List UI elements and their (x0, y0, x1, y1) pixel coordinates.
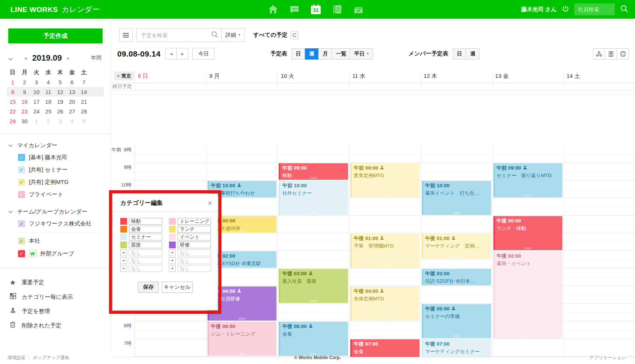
minical-day-cell[interactable]: 28 (78, 106, 90, 116)
minical-day-cell[interactable]: 26 (54, 106, 66, 116)
add-category-plus-icon[interactable]: + (169, 249, 176, 256)
resize-handle[interactable] (310, 212, 317, 214)
minical-day-cell[interactable]: 23 (19, 106, 31, 116)
minical-next-icon[interactable]: ▶ (65, 55, 72, 62)
calendar-checkbox[interactable]: ✓ (18, 191, 25, 198)
calendar-event[interactable]: 午後 02:00幕張・イベント (493, 251, 563, 338)
minical-day-cell[interactable]: 8 (7, 87, 19, 97)
category-name-input[interactable] (178, 234, 211, 240)
allday-cell[interactable] (278, 83, 349, 90)
sidebar-tool-grid[interactable]: カテゴリー毎に表示 (9, 290, 102, 304)
category-color-swatch[interactable] (169, 234, 176, 240)
search-icon[interactable] (620, 4, 628, 14)
day-header[interactable]: 8 日 (135, 69, 206, 83)
category-name-input[interactable] (178, 257, 211, 264)
day-column[interactable]: 午前 09:00セミナー 振り返りMTG午後 00:00ランチ・移動午後 02:… (492, 145, 564, 357)
applications-link[interactable]: アプリケーション (589, 355, 626, 361)
minical-day-cell[interactable]: 7 (78, 77, 90, 87)
minical-day-cell[interactable]: 10 (30, 87, 42, 97)
category-name-input[interactable] (178, 242, 211, 248)
calendar-event[interactable]: 午後 05:00セミナーの準備 (422, 304, 491, 338)
allday-cell[interactable] (563, 83, 635, 90)
resize-handle[interactable] (381, 195, 388, 196)
calendar-list-item[interactable]: ✓W外部グループ (9, 247, 102, 260)
calendar-event[interactable]: 午後 00:00ランチ・移動 (493, 216, 563, 250)
share-icon[interactable] (593, 48, 605, 60)
add-category-plus-icon[interactable]: + (120, 257, 127, 264)
category-name-input[interactable] (129, 265, 162, 272)
minical-day-cell[interactable]: 2 (19, 77, 31, 87)
tasks-icon[interactable] (352, 3, 365, 16)
member-view-tab-日[interactable]: 日 (453, 48, 466, 60)
resize-handle[interactable] (239, 195, 245, 196)
minical-day-cell[interactable]: 6 (66, 77, 78, 87)
category-color-swatch[interactable] (120, 234, 127, 240)
day-column[interactable]: 午前 09:00移動午前 10:00社外セミナー午後 03:00新入社員 面接午… (278, 145, 349, 357)
resize-handle[interactable] (453, 212, 460, 214)
contacts-icon[interactable] (331, 3, 344, 16)
minical-year-link[interactable]: 年間 (91, 55, 102, 61)
view-tab-日[interactable]: 日 (291, 48, 305, 60)
detail-filter-button[interactable]: 詳細▼ (222, 28, 245, 42)
next-week-button[interactable]: ▶ (177, 48, 188, 60)
view-tab-週[interactable]: 週 (305, 48, 318, 60)
device-icon[interactable] (605, 48, 617, 60)
minical-day-cell[interactable]: 24 (30, 106, 42, 116)
minical-day-cell[interactable]: 13 (66, 87, 78, 97)
section-header[interactable]: マイカレンダー (9, 142, 102, 149)
resize-handle[interactable] (524, 195, 531, 196)
minical-day-cell[interactable]: 2 (42, 116, 54, 126)
logout-power-icon[interactable] (562, 5, 569, 14)
minical-day-cell[interactable]: 30 (19, 116, 31, 126)
sidebar-tool-star[interactable]: ★重要予定 (9, 275, 102, 290)
day-header[interactable]: 12 木 (421, 69, 492, 83)
member-search-input[interactable] (574, 3, 615, 15)
calendar-event[interactable]: 午前 10:00幕張イベント 打ち合… (422, 181, 491, 215)
allday-cell[interactable] (421, 83, 492, 90)
calendar-event[interactable]: 午後 03:00新入社員 面接 (279, 269, 348, 303)
day-header[interactable]: 9 月 (206, 69, 278, 83)
calendar-event[interactable]: 午後 06:00ジム・トレーニング (208, 322, 277, 356)
day-column[interactable]: 午前 09:00営業定例MTG午後 01:00予算 管理職MTG午後 04:00… (349, 145, 421, 357)
calendar-checkbox[interactable]: ✓ (18, 237, 25, 245)
category-name-input[interactable] (178, 218, 211, 225)
category-name-input[interactable] (178, 226, 211, 233)
home-icon[interactable] (267, 3, 279, 16)
calendar-event[interactable]: 午後 01:00予算 管理職MTG (350, 234, 420, 268)
add-category-plus-icon[interactable]: + (169, 265, 176, 272)
category-color-swatch[interactable] (169, 218, 176, 225)
allday-cell[interactable] (492, 83, 564, 90)
category-name-input[interactable] (178, 265, 211, 272)
timezone-selector[interactable]: 東京 (114, 72, 134, 81)
category-color-swatch[interactable] (120, 242, 127, 248)
minical-day-cell[interactable]: 3 (54, 116, 66, 126)
category-name-input[interactable] (178, 249, 211, 256)
calendar-list-item[interactable]: ✓[共有] 定例MTG (9, 176, 102, 188)
calendar-event[interactable]: 午後 03:00往訪:SZGF社 @日本… (422, 269, 491, 285)
calendar-list-item[interactable]: ✓本社 (9, 235, 102, 247)
minical-day-cell[interactable]: 5 (78, 116, 90, 126)
resize-handle[interactable] (381, 318, 388, 319)
calendar-icon[interactable]: 31 (309, 3, 322, 16)
minical-day-cell[interactable]: 16 (19, 97, 31, 106)
today-button[interactable]: 今日 (192, 48, 215, 60)
calendar-checkbox[interactable]: ✓ (18, 166, 25, 173)
calendar-checkbox[interactable]: ✓ (18, 179, 25, 186)
day-header[interactable]: 11 水 (349, 69, 421, 83)
view-tab-月[interactable]: 月 (318, 48, 332, 60)
sidebar-tool-stamp[interactable]: 予定を整理 (9, 304, 102, 318)
minical-day-cell[interactable]: 29 (7, 116, 19, 126)
resize-handle[interactable] (310, 177, 317, 179)
calendar-checkbox[interactable]: ✓ (18, 220, 25, 227)
resize-handle[interactable] (524, 248, 531, 249)
allday-cell[interactable] (349, 83, 421, 90)
calendar-event[interactable]: 午前 09:00移動 (279, 163, 348, 180)
minical-day-cell[interactable]: 27 (66, 106, 78, 116)
save-button[interactable]: 保存 (138, 282, 159, 293)
brand[interactable]: LINE WORKS カレンダー (10, 4, 100, 15)
chat-icon[interactable] (288, 3, 301, 16)
minical-day-cell[interactable]: 20 (66, 97, 78, 106)
minical-day-cell[interactable]: 21 (78, 97, 90, 106)
minical-today-cell[interactable]: 17 (30, 97, 42, 106)
hamburger-icon[interactable] (119, 28, 133, 42)
